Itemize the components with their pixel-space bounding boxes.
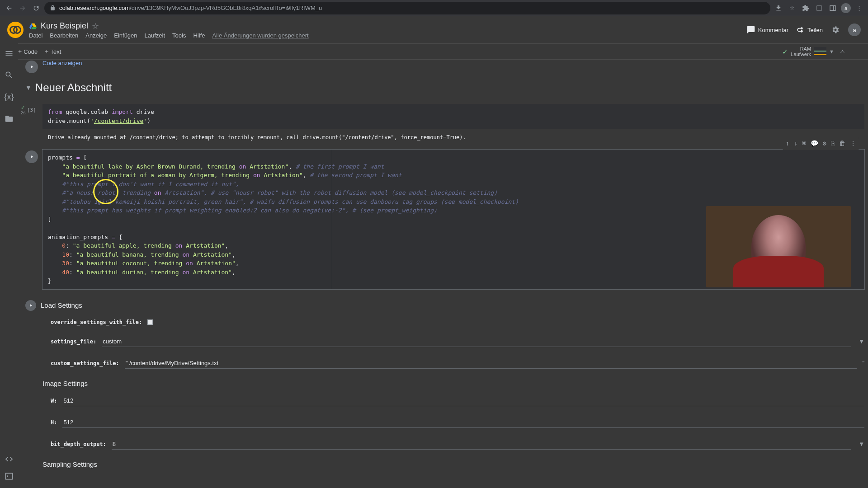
menu-dots-icon[interactable]: ⋮: [854, 3, 864, 14]
svg-rect-0: [830, 5, 835, 10]
toc-icon[interactable]: [5, 49, 14, 58]
browser-chrome-bar: colab.research.google.com/drive/13G9KHyM…: [0, 0, 868, 16]
custom-settings-input[interactable]: [125, 358, 857, 369]
run-button[interactable]: [25, 61, 38, 73]
share-button[interactable]: Teilen: [796, 25, 823, 34]
load-settings-section: Load Settings override_settings_with_fil…: [42, 300, 864, 369]
star-icon[interactable]: ☆: [92, 21, 99, 31]
svg-rect-5: [6, 473, 13, 479]
custom-settings-label: custom_settings_file:: [51, 360, 119, 366]
reload-icon[interactable]: [31, 3, 42, 14]
sampling-settings-section: Sampling Settings: [42, 460, 864, 468]
notebook-toolbar: +Code +Text ✓ RAM Laufwerk ▼ ㅅ: [0, 43, 868, 60]
image-settings-heading: Image Settings: [42, 380, 88, 387]
save-status[interactable]: Alle Änderungen wurden gespeichert: [212, 32, 308, 39]
runtime-status[interactable]: ✓ RAM Laufwerk ▼: [782, 46, 834, 57]
code-cell-mount: ✓ 2s [3] from google.colab import drive …: [25, 104, 864, 129]
menu-tools[interactable]: Tools: [172, 32, 186, 39]
w-input[interactable]: [62, 395, 864, 406]
search-icon[interactable]: [5, 70, 14, 80]
bit-depth-input[interactable]: [112, 439, 851, 450]
cell-settings-icon[interactable]: ⚙: [823, 139, 826, 148]
load-settings-heading: Load Settings: [41, 301, 82, 309]
sampling-settings-heading: Sampling Settings: [42, 460, 97, 468]
settings-gear-icon[interactable]: [830, 24, 841, 35]
variables-icon[interactable]: {x}: [4, 92, 14, 102]
terminal-icon[interactable]: [5, 472, 14, 481]
w-label: W:: [51, 398, 57, 404]
h-label: H:: [51, 419, 57, 426]
settings-file-input[interactable]: [102, 336, 851, 347]
comment-cell-icon[interactable]: 💬: [811, 139, 818, 148]
section-title[interactable]: Neuer Abschnitt: [35, 81, 112, 94]
url-host: colab.research.google.com/drive/13G9KHyM…: [59, 5, 322, 11]
address-bar[interactable]: colab.research.google.com/drive/13G9KHyM…: [44, 2, 770, 14]
menu-runtime[interactable]: Laufzeit: [145, 32, 165, 39]
cell-action-toolbar: ↑ ↓ ⌘ 💬 ⚙ ⎘ 🗑 ⋮: [783, 137, 859, 150]
check-icon: ✓: [782, 47, 788, 56]
h-input[interactable]: [62, 417, 864, 428]
mirror-icon[interactable]: ⎘: [831, 139, 835, 148]
run-button[interactable]: [25, 150, 38, 163]
profile-avatar-chrome[interactable]: a: [841, 3, 851, 13]
collapse-up-icon[interactable]: ㅅ: [840, 47, 845, 56]
section-collapse-icon[interactable]: ▼: [25, 84, 32, 91]
colab-header: Kurs Beispiel ☆ Datei Bearbeiten Anzeige…: [0, 16, 868, 43]
comment-icon: [746, 25, 755, 34]
dropdown-icon[interactable]: ▼: [859, 338, 864, 345]
share-icon: [796, 25, 805, 34]
install-icon[interactable]: [773, 3, 784, 14]
run-button[interactable]: [25, 300, 36, 311]
code-editor[interactable]: [3] from google.colab import drive drive…: [42, 104, 864, 129]
document-title[interactable]: Kurs Beispiel: [41, 21, 88, 31]
tabs-icon[interactable]: [814, 3, 825, 14]
svg-rect-4: [814, 51, 826, 52]
add-code-button[interactable]: +Code: [18, 48, 38, 55]
resource-chart-icon: [814, 47, 826, 56]
collapsed-code-cell: Code anzeigen: [25, 60, 864, 73]
menu-insert[interactable]: Einfügen: [114, 32, 137, 39]
comment-button[interactable]: Kommentar: [746, 25, 788, 34]
override-checkbox[interactable]: [147, 319, 153, 325]
document-menu: Datei Bearbeiten Anzeige Einfügen Laufze…: [29, 32, 741, 39]
cell-exec-count: [3]: [27, 107, 36, 114]
dropdown-icon[interactable]: ▼: [859, 441, 864, 447]
lock-icon: [50, 5, 56, 11]
move-up-icon[interactable]: ↑: [785, 139, 789, 148]
extensions-icon[interactable]: [800, 3, 811, 14]
add-text-button[interactable]: +Text: [45, 48, 61, 55]
quote-end: ": [862, 360, 864, 366]
forward-icon[interactable]: [17, 3, 28, 14]
cell-menu-icon[interactable]: ⋮: [850, 139, 856, 148]
star-bookmark-icon[interactable]: ☆: [787, 3, 797, 14]
back-icon[interactable]: [4, 3, 14, 14]
webcam-overlay: [706, 206, 851, 287]
profile-avatar-colab[interactable]: a: [848, 23, 861, 36]
menu-view[interactable]: Anzeige: [85, 32, 107, 39]
left-sidebar-rail: {x}: [0, 43, 18, 488]
runtime-dropdown-icon[interactable]: ▼: [829, 49, 834, 54]
drive-icon: [29, 22, 37, 30]
image-settings-section: Image Settings W: H: bit_depth_output: ▼: [42, 380, 864, 450]
bit-depth-label: bit_depth_output:: [51, 441, 106, 447]
colab-logo-icon[interactable]: [7, 22, 24, 38]
show-code-link[interactable]: Code anzeigen: [42, 60, 82, 66]
side-panel-icon[interactable]: [827, 3, 838, 14]
settings-file-label: settings_file:: [51, 338, 96, 345]
menu-help[interactable]: Hilfe: [193, 32, 205, 39]
files-icon[interactable]: [5, 114, 14, 123]
code-snippets-icon[interactable]: [5, 455, 14, 464]
delete-icon[interactable]: 🗑: [839, 139, 845, 148]
svg-rect-3: [814, 54, 826, 55]
menu-edit[interactable]: Bearbeiten: [50, 32, 78, 39]
move-down-icon[interactable]: ↓: [794, 139, 797, 148]
cell-output: Drive already mounted at /content/drive;…: [42, 132, 864, 142]
menu-file[interactable]: Datei: [29, 32, 42, 39]
link-icon[interactable]: ⌘: [802, 139, 806, 148]
override-label: override_settings_with_file:: [51, 319, 142, 325]
